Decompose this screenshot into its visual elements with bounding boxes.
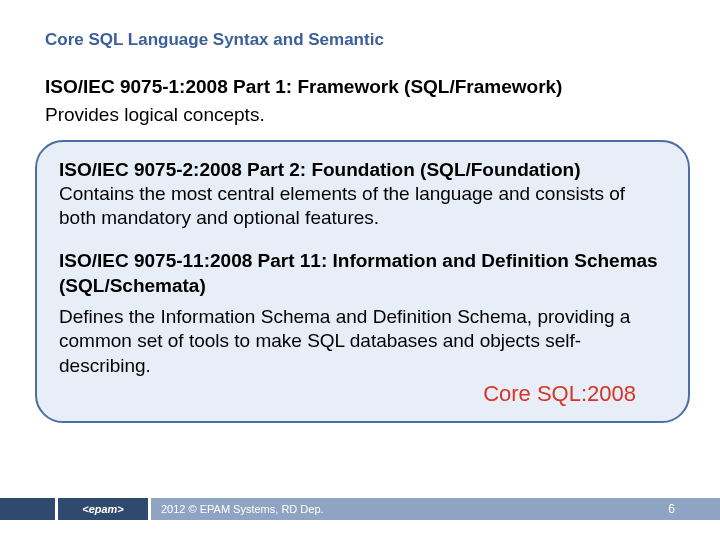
part11-description: Defines the Information Schema and Defin…: [59, 305, 666, 379]
footer-bar: <epam> 2012 © EPAM Systems, RD Dep. 6: [0, 498, 720, 520]
copyright-text: 2012 © EPAM Systems, RD Dep.: [151, 503, 324, 515]
epam-logo: <epam>: [82, 503, 124, 515]
footer-accent: [0, 498, 55, 520]
part1-description: Provides logical concepts.: [45, 104, 680, 126]
callout-box: ISO/IEC 9075-2:2008 Part 2: Foundation (…: [35, 140, 690, 423]
footer-copyright-bar: 2012 © EPAM Systems, RD Dep. 6: [151, 498, 720, 520]
core-sql-label: Core SQL:2008: [59, 381, 666, 407]
part1-heading: ISO/IEC 9075-1:2008 Part 1: Framework (S…: [45, 76, 680, 98]
part2-description: Contains the most central elements of th…: [59, 182, 666, 230]
part2-heading: ISO/IEC 9075-2:2008 Part 2: Foundation (…: [59, 158, 666, 182]
part11-heading: ISO/IEC 9075-11:2008 Part 11: Informatio…: [59, 249, 666, 298]
footer-logo-box: <epam>: [58, 498, 148, 520]
page-number: 6: [668, 502, 675, 516]
slide-title: Core SQL Language Syntax and Semantic: [45, 30, 680, 50]
